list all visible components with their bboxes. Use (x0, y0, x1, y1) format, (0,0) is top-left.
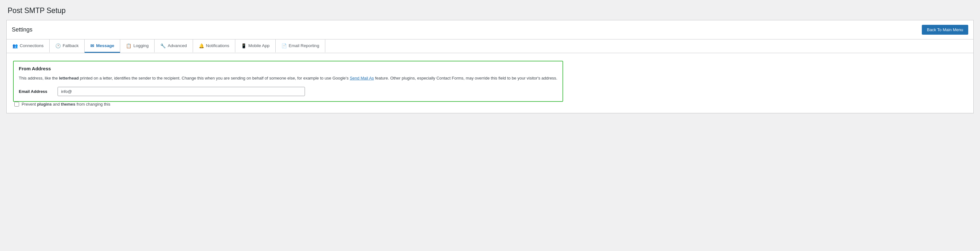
tab-advanced[interactable]: 🔧 Advanced (154, 40, 193, 53)
plugins-bold: plugins (37, 102, 51, 107)
notifications-icon: 🔔 (199, 43, 204, 48)
logging-icon: 📋 (126, 43, 131, 48)
tab-fallback-label: Fallback (63, 43, 78, 48)
advanced-icon: 🔧 (160, 43, 165, 48)
tab-connections[interactable]: 👥 Connections (7, 40, 49, 53)
from-address-section: From Address This address, like the lett… (13, 61, 563, 102)
prevent-override-row: Prevent plugins and themes from changing… (14, 102, 967, 107)
settings-header: Settings Back To Main Menu (7, 20, 973, 40)
page-title: Post SMTP Setup (6, 6, 974, 15)
from-address-title: From Address (19, 66, 557, 71)
email-field-row: Email Address (19, 87, 305, 96)
tab-advanced-label: Advanced (167, 43, 187, 48)
settings-title: Settings (12, 26, 32, 33)
tab-message[interactable]: ✉ Message (84, 40, 120, 53)
tab-fallback[interactable]: 🕐 Fallback (49, 40, 84, 53)
send-mail-as-link[interactable]: Send Mail As (350, 76, 374, 80)
message-icon: ✉ (90, 43, 94, 48)
settings-panel: Settings Back To Main Menu 👥 Connections… (6, 20, 974, 113)
fallback-icon: 🕐 (55, 43, 61, 48)
tab-email-reporting[interactable]: 📄 Email Reporting (276, 40, 325, 53)
themes-bold: themes (61, 102, 76, 107)
desc-text-3: feature. Other plugins, especially Conta… (374, 76, 557, 80)
tab-mobile-app-label: Mobile App (248, 43, 270, 48)
tab-email-reporting-label: Email Reporting (289, 43, 319, 48)
email-address-input[interactable] (57, 87, 305, 96)
desc-text-1: This address, like the (19, 76, 59, 80)
desc-bold-letterhead: letterhead (59, 76, 78, 80)
tab-logging-label: Logging (133, 43, 148, 48)
connections-icon: 👥 (13, 43, 18, 48)
prevent-override-checkbox[interactable] (14, 102, 19, 107)
tab-connections-label: Connections (20, 43, 44, 48)
tab-message-label: Message (96, 43, 114, 48)
tab-content: From Address This address, like the lett… (7, 53, 973, 113)
email-address-label: Email Address (19, 89, 54, 94)
desc-text-2: printed on a letter, identifies the send… (79, 76, 350, 80)
tab-notifications[interactable]: 🔔 Notifications (193, 40, 235, 53)
email-reporting-icon: 📄 (282, 43, 287, 48)
from-address-description: This address, like the letterhead printe… (19, 75, 557, 82)
tab-notifications-label: Notifications (206, 43, 229, 48)
tabs-nav: 👥 Connections 🕐 Fallback ✉ Message 📋 Log… (7, 40, 973, 53)
mobile-app-icon: 📱 (241, 43, 247, 48)
back-to-main-menu-button[interactable]: Back To Main Menu (922, 25, 968, 35)
tab-logging[interactable]: 📋 Logging (120, 40, 154, 53)
prevent-override-label: Prevent plugins and themes from changing… (22, 102, 110, 107)
tab-mobile-app[interactable]: 📱 Mobile App (235, 40, 276, 53)
